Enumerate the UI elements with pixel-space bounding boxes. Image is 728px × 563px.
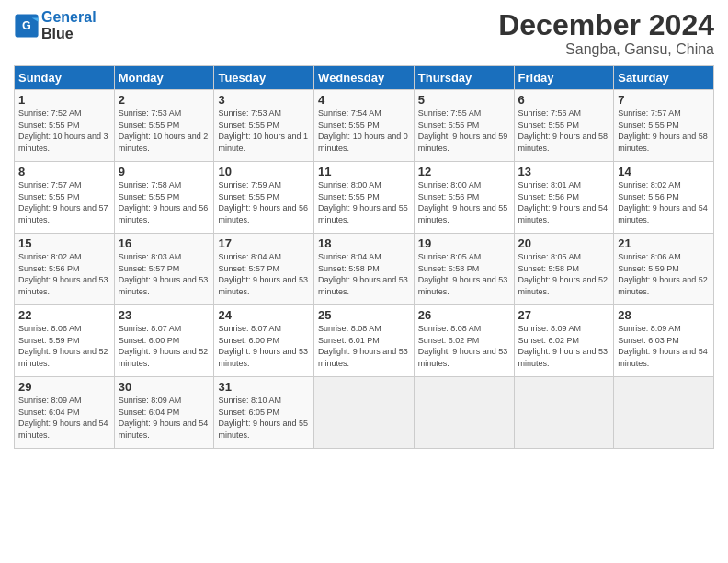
logo-blue: Blue bbox=[41, 26, 74, 41]
day-info: Sunrise: 7:55 AMSunset: 5:55 PMDaylight:… bbox=[418, 108, 510, 154]
calendar-cell: 30Sunrise: 8:09 AMSunset: 6:04 PMDayligh… bbox=[114, 377, 214, 449]
calendar-table: SundayMondayTuesdayWednesdayThursdayFrid… bbox=[14, 65, 714, 449]
day-info: Sunrise: 7:53 AMSunset: 5:55 PMDaylight:… bbox=[119, 108, 210, 154]
day-info: Sunrise: 8:09 AMSunset: 6:03 PMDaylight:… bbox=[618, 323, 710, 369]
calendar-cell: 12Sunrise: 8:00 AMSunset: 5:56 PMDayligh… bbox=[414, 162, 514, 234]
calendar-cell: 27Sunrise: 8:09 AMSunset: 6:02 PMDayligh… bbox=[514, 305, 614, 377]
day-number: 24 bbox=[218, 308, 310, 322]
day-info: Sunrise: 8:05 AMSunset: 5:58 PMDaylight:… bbox=[418, 251, 510, 297]
day-number: 12 bbox=[418, 165, 510, 178]
calendar-cell: 4Sunrise: 7:54 AMSunset: 5:55 PMDaylight… bbox=[314, 90, 415, 162]
day-number: 13 bbox=[518, 165, 610, 178]
calendar-cell: 19Sunrise: 8:05 AMSunset: 5:58 PMDayligh… bbox=[414, 234, 514, 305]
calendar-cell: 11Sunrise: 8:00 AMSunset: 5:55 PMDayligh… bbox=[314, 162, 415, 234]
calendar-cell: 3Sunrise: 7:53 AMSunset: 5:55 PMDaylight… bbox=[214, 90, 314, 162]
page-container: G General Blue December 2024 Sangba, Gan… bbox=[0, 0, 728, 458]
day-number: 29 bbox=[18, 380, 110, 394]
calendar-cell: 24Sunrise: 8:07 AMSunset: 6:00 PMDayligh… bbox=[214, 305, 314, 377]
day-number: 23 bbox=[119, 308, 210, 322]
calendar-cell: 14Sunrise: 8:02 AMSunset: 5:56 PMDayligh… bbox=[614, 162, 714, 234]
day-number: 8 bbox=[18, 165, 110, 178]
day-number: 18 bbox=[318, 236, 410, 250]
day-info: Sunrise: 8:00 AMSunset: 5:56 PMDaylight:… bbox=[418, 179, 510, 225]
day-info: Sunrise: 8:02 AMSunset: 5:56 PMDaylight:… bbox=[18, 251, 110, 297]
week-row-3: 15Sunrise: 8:02 AMSunset: 5:56 PMDayligh… bbox=[15, 234, 714, 305]
week-row-5: 29Sunrise: 8:09 AMSunset: 6:04 PMDayligh… bbox=[15, 377, 714, 449]
day-number: 26 bbox=[418, 308, 510, 322]
calendar-cell: 10Sunrise: 7:59 AMSunset: 5:55 PMDayligh… bbox=[214, 162, 314, 234]
day-info: Sunrise: 8:00 AMSunset: 5:55 PMDaylight:… bbox=[318, 179, 410, 225]
calendar-cell: 26Sunrise: 8:08 AMSunset: 6:02 PMDayligh… bbox=[414, 305, 514, 377]
day-info: Sunrise: 7:56 AMSunset: 5:55 PMDaylight:… bbox=[518, 108, 610, 154]
location-title: Sangba, Gansu, China bbox=[498, 41, 714, 58]
col-header-sunday: Sunday bbox=[15, 66, 115, 90]
logo-general: General bbox=[41, 9, 97, 25]
calendar-cell: 22Sunrise: 8:06 AMSunset: 5:59 PMDayligh… bbox=[15, 305, 115, 377]
calendar-cell: 13Sunrise: 8:01 AMSunset: 5:56 PMDayligh… bbox=[514, 162, 614, 234]
calendar-cell: 5Sunrise: 7:55 AMSunset: 5:55 PMDaylight… bbox=[414, 90, 514, 162]
day-info: Sunrise: 7:59 AMSunset: 5:55 PMDaylight:… bbox=[218, 179, 310, 225]
calendar-cell: 21Sunrise: 8:06 AMSunset: 5:59 PMDayligh… bbox=[614, 234, 714, 305]
calendar-cell: 9Sunrise: 7:58 AMSunset: 5:55 PMDaylight… bbox=[114, 162, 214, 234]
header-row: SundayMondayTuesdayWednesdayThursdayFrid… bbox=[15, 66, 714, 90]
day-info: Sunrise: 7:53 AMSunset: 5:55 PMDaylight:… bbox=[218, 108, 310, 154]
calendar-cell: 16Sunrise: 8:03 AMSunset: 5:57 PMDayligh… bbox=[114, 234, 214, 305]
day-number: 11 bbox=[318, 165, 410, 178]
calendar-cell bbox=[314, 377, 415, 449]
calendar-cell bbox=[414, 377, 514, 449]
calendar-cell: 25Sunrise: 8:08 AMSunset: 6:01 PMDayligh… bbox=[314, 305, 415, 377]
calendar-cell bbox=[614, 377, 714, 449]
day-info: Sunrise: 7:52 AMSunset: 5:55 PMDaylight:… bbox=[18, 108, 110, 154]
day-number: 9 bbox=[119, 165, 210, 178]
day-info: Sunrise: 8:04 AMSunset: 5:58 PMDaylight:… bbox=[318, 251, 410, 297]
day-number: 20 bbox=[518, 236, 610, 250]
calendar-cell: 18Sunrise: 8:04 AMSunset: 5:58 PMDayligh… bbox=[314, 234, 415, 305]
col-header-wednesday: Wednesday bbox=[314, 66, 415, 90]
calendar-cell bbox=[514, 377, 614, 449]
calendar-cell: 31Sunrise: 8:10 AMSunset: 6:05 PMDayligh… bbox=[214, 377, 314, 449]
day-info: Sunrise: 8:06 AMSunset: 5:59 PMDaylight:… bbox=[18, 323, 110, 369]
logo-icon: G bbox=[14, 13, 40, 39]
day-number: 10 bbox=[218, 165, 310, 178]
day-info: Sunrise: 8:06 AMSunset: 5:59 PMDaylight:… bbox=[618, 251, 710, 297]
logo: G General Blue bbox=[14, 9, 97, 41]
day-info: Sunrise: 7:58 AMSunset: 5:55 PMDaylight:… bbox=[119, 179, 210, 225]
day-number: 14 bbox=[618, 165, 710, 178]
week-row-1: 1Sunrise: 7:52 AMSunset: 5:55 PMDaylight… bbox=[15, 90, 714, 162]
calendar-cell: 2Sunrise: 7:53 AMSunset: 5:55 PMDaylight… bbox=[114, 90, 214, 162]
header: G General Blue December 2024 Sangba, Gan… bbox=[14, 9, 714, 58]
day-info: Sunrise: 8:10 AMSunset: 6:05 PMDaylight:… bbox=[218, 395, 310, 441]
day-info: Sunrise: 7:57 AMSunset: 5:55 PMDaylight:… bbox=[18, 179, 110, 225]
calendar-cell: 6Sunrise: 7:56 AMSunset: 5:55 PMDaylight… bbox=[514, 90, 614, 162]
calendar-cell: 8Sunrise: 7:57 AMSunset: 5:55 PMDaylight… bbox=[15, 162, 115, 234]
day-number: 21 bbox=[618, 236, 710, 250]
col-header-friday: Friday bbox=[514, 66, 614, 90]
day-number: 25 bbox=[318, 308, 410, 322]
svg-text:G: G bbox=[22, 19, 31, 32]
day-info: Sunrise: 8:08 AMSunset: 6:02 PMDaylight:… bbox=[418, 323, 510, 369]
calendar-cell: 7Sunrise: 7:57 AMSunset: 5:55 PMDaylight… bbox=[614, 90, 714, 162]
week-row-2: 8Sunrise: 7:57 AMSunset: 5:55 PMDaylight… bbox=[15, 162, 714, 234]
day-info: Sunrise: 7:54 AMSunset: 5:55 PMDaylight:… bbox=[318, 108, 410, 154]
day-info: Sunrise: 8:03 AMSunset: 5:57 PMDaylight:… bbox=[119, 251, 210, 297]
col-header-saturday: Saturday bbox=[614, 66, 714, 90]
day-number: 3 bbox=[218, 93, 310, 107]
day-number: 30 bbox=[119, 380, 210, 394]
logo-text: General Blue bbox=[41, 9, 97, 41]
day-info: Sunrise: 8:07 AMSunset: 6:00 PMDaylight:… bbox=[218, 323, 310, 369]
day-number: 1 bbox=[18, 93, 110, 107]
day-number: 7 bbox=[618, 93, 710, 107]
day-info: Sunrise: 8:09 AMSunset: 6:04 PMDaylight:… bbox=[18, 395, 110, 441]
calendar-cell: 29Sunrise: 8:09 AMSunset: 6:04 PMDayligh… bbox=[15, 377, 115, 449]
day-number: 19 bbox=[418, 236, 510, 250]
col-header-tuesday: Tuesday bbox=[214, 66, 314, 90]
calendar-cell: 23Sunrise: 8:07 AMSunset: 6:00 PMDayligh… bbox=[114, 305, 214, 377]
day-number: 15 bbox=[18, 236, 110, 250]
day-info: Sunrise: 8:01 AMSunset: 5:56 PMDaylight:… bbox=[518, 179, 610, 225]
day-info: Sunrise: 8:05 AMSunset: 5:58 PMDaylight:… bbox=[518, 251, 610, 297]
week-row-4: 22Sunrise: 8:06 AMSunset: 5:59 PMDayligh… bbox=[15, 305, 714, 377]
day-number: 17 bbox=[218, 236, 310, 250]
month-title: December 2024 bbox=[498, 9, 714, 41]
col-header-monday: Monday bbox=[114, 66, 214, 90]
day-number: 31 bbox=[218, 380, 310, 394]
